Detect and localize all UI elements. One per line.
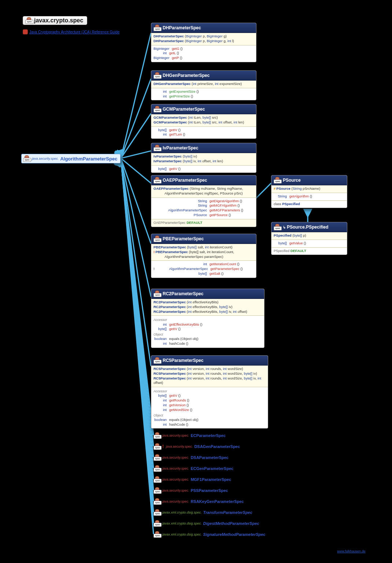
oracle-icon [23, 29, 28, 34]
spec-icon [154, 498, 161, 505]
spec-icon [154, 531, 161, 538]
external-spec-link[interactable]: javax.xml.crypto.dsig.spec.SignatureMeth… [154, 531, 265, 538]
ctor-section: DHGenParameterSpec (int primeSize, int e… [151, 81, 256, 88]
box-title: OAEPParameterSpec [163, 178, 207, 183]
svg-line-1 [121, 79, 151, 158]
ext-package: java.security.spec. [162, 434, 189, 437]
box-header[interactable]: PBEParameterSpec [151, 234, 256, 244]
ext-class: ECParameterSpec [191, 433, 225, 438]
box-header[interactable]: RC5ParameterSpec [151, 356, 268, 366]
ctor-section: IvParameterSpec (byte[] iv)IvParameterSp… [151, 153, 256, 166]
methods-section: BigInteger getG ()int getL ()BigInteger … [151, 45, 256, 62]
ext-class: MGF1ParameterSpec [191, 477, 231, 482]
methods-section: String getDigestAlgorithm ()String getMG… [151, 198, 256, 219]
ext-class: DSAGenParameterSpec [194, 444, 240, 449]
spec-icon [154, 357, 161, 364]
ext-package: java.security.spec. [162, 500, 189, 503]
package-title: javax.crypto.spec [34, 17, 83, 24]
ctor-section: PSpecified (byte[] p) [271, 232, 347, 240]
reference-guide-link[interactable]: Java Cryptography Architecture (JCA) Ref… [29, 30, 119, 34]
root-interface-card[interactable]: java.security.spec.AlgorithmParameterSpe… [21, 154, 121, 163]
methods-section: byte[] getValue () [271, 240, 347, 248]
external-spec-link[interactable]: !java.security.spec.DSAGenParameterSpec [154, 443, 240, 450]
spec-icon [154, 290, 161, 297]
box-dhgenparameterspec: DHGenParameterSpec DHGenParameterSpec (i… [151, 70, 256, 100]
ctor-section: DHParameterSpec (BigInteger p, BigIntege… [151, 33, 256, 45]
box-psource: PSource #PSource (String pSrcName) Strin… [271, 175, 347, 208]
box-pspecified: ↳ PSource.PSpecified PSpecified (byte[] … [271, 222, 347, 255]
package-title-card: javax.crypto.spec [23, 16, 87, 25]
svg-line-0 [121, 33, 151, 158]
box-pbeparameterspec: PBEParameterSpec PBEParameterSpec (byte[… [151, 234, 256, 278]
box-header[interactable]: DHParameterSpec [151, 23, 256, 33]
ctor-section: GCMParameterSpec (int tLen, byte[] src)G… [151, 114, 256, 127]
ext-package: javax.xml.crypto.dsig.spec. [162, 533, 202, 536]
ext-class: SignatureMethodParameterSpec [203, 532, 266, 537]
box-header[interactable]: RC2ParameterSpec [151, 289, 264, 299]
box-header[interactable]: DHGenParameterSpec [151, 71, 256, 81]
box-title: GCMParameterSpec [163, 107, 205, 112]
svg-line-18 [256, 183, 271, 198]
ext-package: java.security.spec. [162, 478, 189, 481]
spec-icon [154, 432, 161, 439]
footer-link[interactable]: www.falkhausen.de [337, 549, 366, 553]
box-header[interactable]: ↳ PSource.PSpecified [271, 222, 347, 232]
box-header[interactable]: IvParameterSpec [151, 143, 256, 153]
box-ivparameterspec: IvParameterSpec IvParameterSpec (byte[] … [151, 143, 256, 173]
box-header[interactable]: PSource [271, 175, 347, 185]
ctor-section: RC5ParameterSpec (int version, int round… [151, 366, 268, 387]
box-header[interactable]: OAEPParameterSpec [151, 175, 256, 185]
const-section: PSpecified DEFAULT [271, 248, 347, 255]
reference-guide-link-row: Java Cryptography Architecture (JCA) Ref… [23, 29, 119, 34]
ext-class: RSAKeyGenParameterSpec [191, 499, 244, 504]
box-title: DHGenParameterSpec [163, 73, 210, 78]
external-spec-link[interactable]: java.security.spec.ECParameterSpec [154, 432, 226, 439]
box-title: RC2ParameterSpec [163, 291, 203, 296]
methods-section: String getAlgorithm () [271, 193, 347, 201]
external-spec-link[interactable]: java.security.spec.ECGenParameterSpec [154, 465, 233, 472]
methods-section: byte[] getIV () [151, 166, 256, 173]
spec-icon [154, 177, 161, 184]
external-spec-link[interactable]: java.security.spec.MGF1ParameterSpec [154, 476, 231, 483]
const-section: OAEPParameterSpec DEFAULT [151, 219, 256, 227]
external-spec-link[interactable]: java.security.spec.RSAKeyGenParameterSpe… [154, 498, 244, 505]
external-spec-link[interactable]: java.security.spec.PSSParameterSpec [154, 487, 228, 494]
spec-icon [154, 454, 161, 461]
root-package: java.security.spec. [32, 157, 59, 160]
box-rc2parameterspec: RC2ParameterSpec RC2ParameterSpec (int e… [151, 289, 265, 348]
spec-icon [274, 177, 281, 184]
spec-icon [25, 17, 33, 24]
box-title: DHParameterSpec [163, 25, 201, 30]
box-title: PSource [283, 178, 301, 183]
box-title: RC5ParameterSpec [163, 358, 203, 363]
root-class: AlgorithmParameterSpec [60, 156, 117, 162]
spec-icon [154, 476, 161, 483]
inner-class-name: PSpecified [282, 202, 300, 206]
methods-section: int getExponentSize ()int getPrimeSize (… [151, 88, 256, 100]
const-prefix: OAEPParameterSpec [154, 221, 186, 225]
external-spec-link[interactable]: javax.xml.crypto.dsig.spec.TransformPara… [154, 509, 252, 516]
spec-icon [23, 155, 30, 162]
external-spec-link[interactable]: javax.xml.crypto.dsig.spec.DigestMethodP… [154, 520, 259, 527]
methods-section: Accessorint getEffectiveKeyBits ()byte[]… [151, 316, 264, 348]
const-value: DEFAULT [186, 221, 202, 225]
ext-class: TransformParameterSpec [203, 510, 252, 515]
ctor-section: PBEParameterSpec (byte[] salt, int itera… [151, 244, 256, 261]
ext-class: ECGenParameterSpec [191, 466, 233, 471]
inner-class-keyword: class [274, 202, 281, 206]
const-prefix: PSpecified [274, 249, 289, 253]
box-dhparameterspec: DHParameterSpec DHParameterSpec (BigInte… [151, 23, 256, 62]
spec-icon [154, 106, 161, 112]
box-title: IvParameterSpec [163, 145, 198, 151]
spec-icon [154, 465, 161, 472]
inner-class-section: class PSpecified [271, 201, 347, 208]
box-title: PSource.PSpecified [287, 225, 328, 230]
box-title: PBEParameterSpec [163, 236, 204, 241]
const-value: DEFAULT [291, 249, 306, 253]
methods-section: Accessorbyte[] getIV ()int getRounds ()i… [151, 387, 268, 428]
external-spec-link[interactable]: java.security.spec.DSAParameterSpec [154, 454, 229, 461]
box-gcmparameterspec: GCMParameterSpec GCMParameterSpec (int t… [151, 104, 256, 139]
spec-icon [154, 145, 161, 151]
box-header[interactable]: GCMParameterSpec [151, 104, 256, 114]
ext-class: PSSParameterSpec [191, 488, 228, 493]
